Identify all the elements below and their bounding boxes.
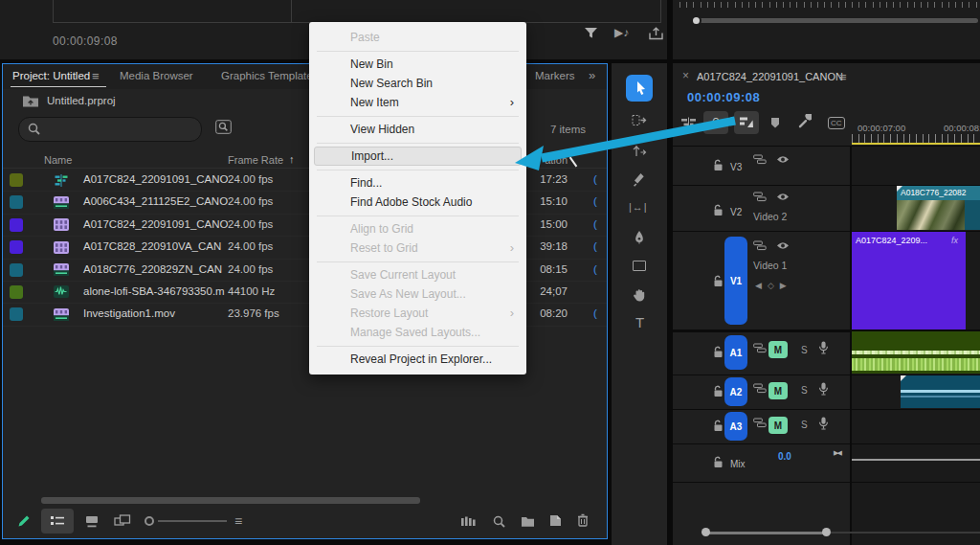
captions-cc-icon[interactable]: CC [828, 117, 845, 129]
column-frame-rate[interactable]: Frame Rate [228, 154, 283, 166]
label-swatch[interactable] [10, 218, 23, 232]
track-id[interactable]: Mix [730, 459, 746, 469]
tab-media-browser[interactable]: Media Browser [120, 70, 193, 81]
source-patch-icon[interactable] [753, 418, 767, 428]
export-icon[interactable] [649, 27, 663, 40]
mix-level-value[interactable]: 0.0 [778, 451, 791, 462]
close-tab-icon[interactable]: × [682, 69, 689, 82]
mix-automation-line[interactable] [852, 459, 980, 461]
automate-to-sequence-icon[interactable] [460, 516, 477, 527]
linked-selection-button[interactable] [734, 111, 759, 134]
menu-item-find-adobe-stock-audio[interactable]: Find Adobe Stock Audio [309, 193, 526, 212]
new-item-icon[interactable] [549, 514, 562, 527]
hand-tool[interactable] [633, 287, 647, 303]
solo-button[interactable]: S [801, 420, 808, 430]
lock-icon[interactable] [713, 346, 724, 358]
search-input[interactable] [18, 117, 202, 142]
label-swatch[interactable] [10, 173, 23, 187]
voiceover-mic-icon[interactable] [818, 382, 829, 396]
snap-button[interactable]: ∩ [703, 111, 728, 134]
label-swatch[interactable] [10, 263, 23, 277]
lock-icon[interactable] [713, 204, 724, 216]
zoom-out-handle[interactable] [145, 516, 154, 526]
menu-item-new-item[interactable]: New Item› [309, 93, 526, 112]
voiceover-mic-icon[interactable] [818, 417, 829, 430]
tab-project[interactable]: Project: Untitled [12, 70, 90, 81]
breadcrumb[interactable]: Untitled.prproj [47, 95, 116, 106]
ripple-edit-tool[interactable] [632, 144, 647, 158]
toggle-track-output-eye-icon[interactable] [776, 241, 790, 250]
find-icon[interactable] [493, 515, 505, 528]
source-patch-icon[interactable] [753, 154, 767, 165]
filter-icon[interactable] [584, 27, 598, 39]
list-view-button[interactable] [41, 509, 74, 534]
sort-arrow-icon[interactable]: ↑ [289, 153, 295, 165]
monitor-scrollbar[interactable] [696, 18, 978, 23]
menu-item-new-bin[interactable]: New Bin [309, 55, 526, 74]
label-swatch[interactable] [10, 285, 23, 299]
menu-item-find[interactable]: Find... [309, 173, 526, 193]
writable-pencil-icon[interactable] [17, 514, 31, 528]
nest-sequence-icon[interactable] [680, 117, 697, 128]
zoom-slider[interactable] [158, 520, 227, 522]
menu-item-reveal-project-in-explorer[interactable]: Reveal Project in Explorer... [309, 350, 526, 369]
icon-view-button[interactable] [85, 515, 99, 528]
voiceover-mic-icon[interactable] [818, 341, 829, 354]
timeline-ruler[interactable] [852, 134, 980, 143]
clip-v2[interactable]: A018C776_22082 [897, 186, 980, 230]
menu-item-new-search-bin[interactable]: New Search Bin [309, 74, 526, 93]
label-swatch[interactable] [10, 240, 23, 254]
toggle-track-output-eye-icon[interactable] [776, 193, 790, 201]
horizontal-scrollbar[interactable] [41, 497, 420, 504]
slip-tool[interactable]: |↔| [629, 201, 648, 213]
zoom-handle-left[interactable] [702, 528, 710, 536]
lock-icon[interactable] [713, 275, 724, 287]
source-patch-icon[interactable] [753, 343, 767, 353]
track-select-forward-tool[interactable] [632, 113, 648, 127]
timeline-settings-wrench-icon[interactable] [797, 114, 812, 128]
solo-button[interactable]: S [801, 345, 808, 355]
menu-item-view-hidden[interactable]: View Hidden [309, 120, 526, 139]
timeline-timecode[interactable]: 00:00:09:08 [687, 90, 760, 104]
source-patch-a2-button[interactable]: A2 [724, 377, 747, 406]
source-patch-v1-button[interactable]: V1 [724, 237, 747, 325]
source-patch-icon[interactable] [753, 240, 767, 251]
clip-v1[interactable]: A017C824_2209... fx [852, 232, 966, 329]
freeform-view-button[interactable] [114, 514, 131, 528]
toggle-track-output-eye-icon[interactable] [776, 155, 790, 164]
lock-icon[interactable] [713, 456, 724, 468]
lock-icon[interactable] [713, 420, 724, 432]
mute-button[interactable]: M [768, 417, 788, 434]
track-id[interactable]: V2 [730, 207, 742, 217]
marker-icon[interactable] [770, 117, 780, 128]
play-audio-icon[interactable]: ▶♪ [614, 26, 629, 39]
source-patch-icon[interactable] [753, 192, 767, 202]
folder-up-icon[interactable] [22, 94, 39, 107]
timeline-zoom-thumb[interactable] [703, 532, 826, 534]
tab-overflow-icon[interactable]: » [589, 68, 595, 82]
label-swatch[interactable] [10, 195, 23, 209]
selection-tool[interactable] [626, 75, 653, 102]
track-id[interactable]: V3 [730, 162, 742, 172]
mute-button[interactable]: M [768, 341, 788, 358]
timeline-tab-title[interactable]: A017C824_22091091_CANON [697, 71, 843, 82]
menu-item-import[interactable]: Import... [314, 147, 522, 166]
lock-icon[interactable] [713, 159, 724, 171]
mute-button[interactable]: M [768, 382, 788, 399]
keyframe-nav-icons[interactable]: ◀◇▶ [755, 281, 792, 290]
search-bin-icon[interactable] [215, 120, 232, 134]
timeline-panel-menu-icon[interactable]: ≡ [839, 70, 847, 84]
clip-a2-audio[interactable] [901, 375, 980, 408]
trash-icon[interactable] [577, 513, 589, 527]
pan-bowtie-icon[interactable]: ▶◀ [834, 449, 840, 457]
monitor-scrollbar-handle[interactable] [691, 15, 702, 26]
type-tool[interactable]: T [635, 314, 644, 330]
tab-markers[interactable]: Markers [535, 70, 575, 81]
new-bin-icon[interactable] [521, 515, 535, 527]
source-patch-a3-button[interactable]: A3 [724, 412, 747, 441]
label-swatch[interactable] [10, 307, 23, 321]
solo-button[interactable]: S [801, 385, 808, 396]
lock-icon[interactable] [713, 385, 724, 397]
zoom-handle-right[interactable] [822, 528, 831, 536]
source-patch-a1-button[interactable]: A1 [724, 335, 747, 370]
